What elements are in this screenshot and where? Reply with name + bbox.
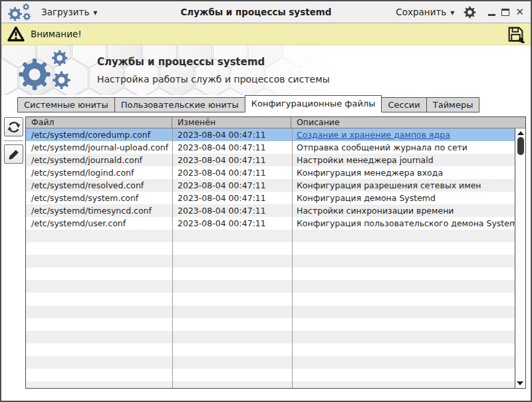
cell-file	[26, 369, 172, 381]
settings-gear-icon[interactable]	[464, 6, 476, 19]
cell-file	[26, 318, 172, 331]
tab-0[interactable]: Системные юниты	[17, 97, 115, 112]
cell-modified	[172, 318, 291, 331]
cell-file: /etc/systemd/timesyncd.conf	[26, 204, 172, 217]
tab-bar: Системные юнитыПользовательские юнитыКон…	[1, 95, 531, 112]
toolbar-separator	[4, 140, 23, 141]
cell-modified: 2023-08-04 00:47:11	[172, 204, 291, 217]
refresh-icon	[7, 120, 21, 134]
close-button[interactable]: ✕	[515, 7, 524, 17]
cell-file: /etc/systemd/coredump.conf	[26, 128, 172, 141]
cell-file: /etc/systemd/journald.conf	[26, 154, 172, 166]
cell-description	[291, 268, 515, 280]
cell-description	[291, 305, 515, 318]
cell-description	[291, 293, 515, 305]
save-menu-label: Сохранить	[396, 7, 446, 17]
refresh-button[interactable]	[4, 117, 23, 136]
table-row[interactable]: /etc/systemd/timesyncd.conf2023-08-04 00…	[26, 204, 515, 217]
load-menu-button[interactable]: Загрузить ▼	[41, 7, 98, 17]
cell-description	[291, 356, 515, 369]
cell-description	[291, 242, 515, 255]
table-row[interactable]: /etc/systemd/journald.conf2023-08-04 00:…	[26, 154, 515, 166]
scroll-down-icon[interactable]	[517, 381, 523, 385]
cell-file: /etc/systemd/resolved.conf	[26, 179, 172, 192]
cell-description	[291, 255, 515, 268]
column-separator	[292, 128, 293, 388]
table-row[interactable]: /etc/systemd/coredump.conf2023-08-04 00:…	[26, 128, 515, 141]
minimize-button[interactable]	[488, 14, 495, 16]
cell-modified	[172, 381, 291, 388]
tab-4[interactable]: Таймеры	[426, 97, 480, 112]
table-row-empty	[26, 268, 515, 280]
vertical-scrollbar[interactable]	[515, 128, 525, 388]
cell-modified	[172, 268, 291, 280]
cell-file	[26, 230, 172, 242]
cell-description	[291, 230, 515, 242]
cell-modified	[172, 255, 291, 268]
cell-modified	[172, 331, 291, 343]
table-row-empty	[26, 381, 515, 388]
tab-3[interactable]: Сессии	[381, 97, 426, 112]
app-window: Загрузить ▼ Службы и процессы systemd Со…	[0, 0, 532, 402]
cell-modified: 2023-08-04 00:47:11	[172, 141, 291, 154]
table-row-empty	[26, 331, 515, 343]
table-row-empty	[26, 343, 515, 356]
scroll-up-icon[interactable]	[517, 131, 524, 135]
cell-modified	[172, 280, 291, 293]
cell-description: Конфигурация разрешения сетевых имен	[291, 179, 515, 192]
scrollbar-thumb[interactable]	[517, 137, 524, 155]
cell-modified: 2023-08-04 00:47:11	[172, 166, 291, 179]
column-header[interactable]: Файл	[26, 117, 172, 128]
cell-file: /etc/systemd/logind.conf	[26, 166, 172, 179]
page-subtitle: Настройка работы служб и процессов систе…	[97, 74, 330, 85]
table-row[interactable]: /etc/systemd/user.conf2023-08-04 00:47:1…	[26, 217, 515, 230]
cell-description	[291, 381, 515, 388]
warning-bar: Внимание!	[1, 23, 531, 45]
table-row[interactable]: /etc/systemd/resolved.conf2023-08-04 00:…	[26, 179, 515, 192]
table-row[interactable]: /etc/systemd/logind.conf2023-08-04 00:47…	[26, 166, 515, 179]
cell-modified	[172, 356, 291, 369]
chevron-down-icon: ▼	[450, 10, 454, 16]
table-row-empty	[26, 242, 515, 255]
cell-modified	[172, 230, 291, 242]
tab-2[interactable]: Конфигурационные файлы	[245, 95, 382, 112]
side-toolbar	[3, 116, 25, 401]
column-separator	[172, 128, 173, 388]
cell-modified: 2023-08-04 00:47:11	[172, 179, 291, 192]
cell-file	[26, 268, 172, 280]
table-row-empty	[26, 369, 515, 381]
save-menu-button[interactable]: Сохранить ▼	[396, 7, 454, 17]
warning-text: Внимание!	[31, 29, 507, 39]
edit-button[interactable]	[4, 144, 23, 164]
maximize-button[interactable]	[501, 9, 509, 16]
column-header[interactable]: Изменён	[172, 117, 291, 128]
cell-modified: 2023-08-04 00:47:11	[172, 192, 291, 204]
table-row-empty	[26, 230, 515, 242]
table-row-empty	[26, 293, 515, 305]
cell-modified	[172, 343, 291, 356]
cell-file	[26, 305, 172, 318]
cell-modified	[172, 305, 291, 318]
config-files-table: ФайлИзменёнОписание /etc/systemd/coredum…	[25, 116, 526, 389]
cell-file	[26, 331, 172, 343]
cell-modified	[172, 242, 291, 255]
cell-file: /etc/systemd/system.conf	[26, 192, 172, 204]
column-header[interactable]: Описание	[291, 117, 525, 128]
table-row-empty	[26, 280, 515, 293]
cell-description	[291, 331, 515, 343]
cell-description: Конфигурация пользовательского демона Sy…	[291, 217, 515, 230]
description-link[interactable]: Создание и хранение дампов ядра	[297, 130, 450, 140]
save-file-icon[interactable]	[507, 25, 525, 43]
tab-1[interactable]: Пользовательские юниты	[114, 97, 245, 112]
tab-content: ФайлИзменёнОписание /etc/systemd/coredum…	[1, 112, 531, 401]
table-row[interactable]: /etc/systemd/journal-upload.conf2023-08-…	[26, 141, 515, 154]
page-title: Службы и процессы systemd	[97, 56, 330, 68]
table-header: ФайлИзменёнОписание	[26, 117, 525, 128]
table-row[interactable]: /etc/systemd/system.conf2023-08-04 00:47…	[26, 192, 515, 204]
table-body: /etc/systemd/coredump.conf2023-08-04 00:…	[26, 128, 515, 388]
cell-file: /etc/systemd/journal-upload.conf	[26, 141, 172, 154]
pencil-icon	[7, 148, 21, 161]
cell-description: Настройки менеджера journald	[291, 154, 515, 166]
cell-file	[26, 293, 172, 305]
cell-file	[26, 242, 172, 255]
